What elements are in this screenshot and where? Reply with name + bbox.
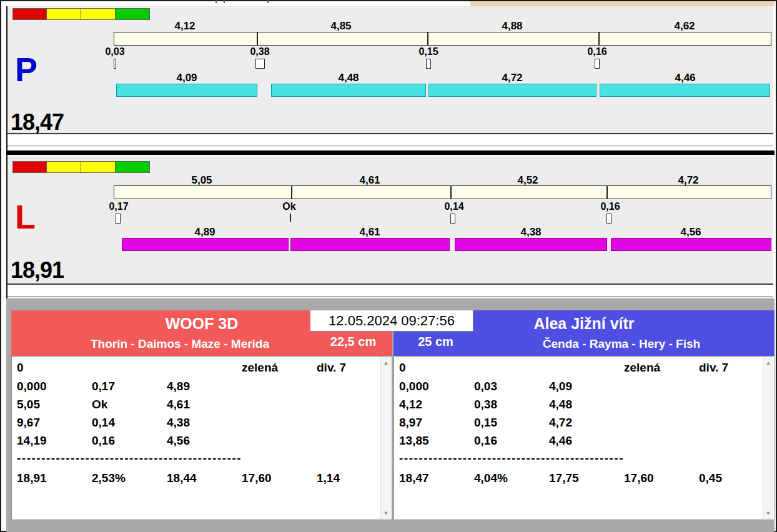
pass-time: 0,16 <box>587 46 606 57</box>
dog-time-bar <box>428 84 596 97</box>
scroll-down-icon[interactable]: ▼ <box>763 509 773 518</box>
pass-marker-box <box>114 59 116 69</box>
pass-time: 0,14 <box>444 201 463 212</box>
scroll-down-icon[interactable]: ▼ <box>381 509 391 518</box>
scroll-up-icon[interactable]: ▲ <box>763 358 773 367</box>
pass-marker-box <box>426 59 431 69</box>
cell: 18,44 <box>167 471 197 485</box>
cell: 4,89 <box>167 380 190 393</box>
start-lights <box>12 8 150 20</box>
split-time-top: 4,72 <box>678 174 698 187</box>
window-artifact <box>215 0 217 3</box>
cell: 18,91 <box>17 471 47 485</box>
start-light-green-icon <box>116 8 150 20</box>
cell: div. 7 <box>699 361 728 375</box>
pass-time: Ok <box>282 201 295 212</box>
cell: 4,38 <box>167 416 190 430</box>
lane-panel-p: 4,12 4,85 4,88 4,62 0,03 0,38 0,15 0,16 … <box>7 6 773 147</box>
split-time-top: 4,61 <box>359 174 380 187</box>
table-row: 0 zelená div. 7 <box>394 361 756 376</box>
dog-time: 4,38 <box>520 226 541 239</box>
cell: 4,48 <box>549 398 572 411</box>
cell: 0,15 <box>474 416 497 430</box>
cell: 0 <box>399 361 406 375</box>
pass-marker-box <box>255 59 265 69</box>
split-bar <box>114 185 771 199</box>
team-dogs-left: Thorin - Daimos - Maze - Merida <box>30 337 330 351</box>
table-row: 9,67 0,14 4,38 <box>12 416 374 431</box>
jump-height-right: 25 cm <box>403 335 468 349</box>
split-tick <box>606 186 608 199</box>
dog-time: 4,89 <box>194 226 215 239</box>
cell: 0,17 <box>92 380 115 393</box>
split-time-top: 4,85 <box>330 20 351 32</box>
cell: 9,67 <box>17 416 40 430</box>
dog-time-bar <box>611 238 771 251</box>
cell: 0,03 <box>474 380 497 393</box>
table-total-row: 18,47 4,04% 17,75 17,60 0,45 <box>394 471 756 486</box>
dog-time: 4,72 <box>502 72 522 84</box>
results-table-left: 0 zelená div. 7 0,000 0,17 4,89 5,05 Ok … <box>11 356 392 520</box>
table-row: 14,19 0,16 4,56 <box>12 434 374 449</box>
cell: 14,19 <box>17 434 47 448</box>
split-time-top: 4,88 <box>502 20 522 32</box>
table-separator: ----------------------------------------… <box>17 451 292 465</box>
scrollbar[interactable]: ▲ ▼ <box>763 357 773 519</box>
table-total-row: 18,91 2,53% 18,44 17,60 1,14 <box>12 471 374 486</box>
lane-panel-l: 5,05 4,61 4,52 4,72 0,17 Ok 0,14 0,16 4,… <box>7 156 773 298</box>
scrollbar[interactable]: ▲ ▼ <box>380 357 391 519</box>
split-bar <box>114 32 771 46</box>
lane-total-p: 18,47 <box>11 111 64 134</box>
table-row: 0,000 0,03 4,09 <box>394 380 756 395</box>
table-row: 13,85 0,16 4,46 <box>394 434 756 449</box>
pass-time: 0,38 <box>250 46 269 57</box>
dog-time: 4,56 <box>680 226 701 239</box>
dog-time-bar <box>271 84 426 97</box>
cell: 17,60 <box>624 471 654 485</box>
cell: 1,14 <box>317 471 340 485</box>
cell: 0,000 <box>17 380 47 393</box>
start-light-yellow2-icon <box>81 161 116 173</box>
cell: 4,46 <box>549 434 572 448</box>
cell: 0,38 <box>474 398 497 411</box>
table-row: 4,12 0,38 4,48 <box>394 398 756 413</box>
team-dogs-right: Čenda - Rayma - Hery - Fish <box>475 337 768 351</box>
scroll-up-icon[interactable]: ▲ <box>381 358 391 367</box>
split-time-top: 4,62 <box>674 20 695 32</box>
dog-time-bar <box>122 238 289 251</box>
cell: 4,09 <box>549 380 572 393</box>
results-table-right: 0 zelená div. 7 0,000 0,03 4,09 4,12 0,3… <box>393 356 775 520</box>
lane-letter-p: P <box>15 52 37 86</box>
start-light-yellow-icon <box>47 8 81 20</box>
window-artifact <box>224 0 225 3</box>
cell: 18,47 <box>399 471 429 485</box>
cell: 17,75 <box>549 471 579 485</box>
cell: 0 <box>17 361 24 375</box>
background-window-strip <box>470 1 775 6</box>
start-light-green-icon <box>116 161 150 173</box>
cell: 4,61 <box>167 398 190 411</box>
dog-time: 4,46 <box>675 72 695 84</box>
cell: 0,45 <box>699 471 722 485</box>
dog-time: 4,48 <box>338 72 359 84</box>
split-tick <box>427 32 428 45</box>
start-light-yellow2-icon <box>81 8 116 20</box>
lane-status-strip <box>7 133 773 146</box>
start-lights <box>12 161 150 173</box>
cell: 17,60 <box>242 471 272 485</box>
pass-time: 0,16 <box>600 201 620 212</box>
table-separator: ----------------------------------------… <box>399 451 674 465</box>
split-time-top: 4,12 <box>174 20 195 32</box>
cell: Ok <box>92 398 107 411</box>
cell: zelená <box>242 361 278 375</box>
pass-time: 0,17 <box>109 201 128 212</box>
cell: 0,14 <box>92 416 115 430</box>
start-light-yellow-icon <box>47 161 81 173</box>
cell: 0,000 <box>399 380 429 393</box>
pass-marker-box <box>595 59 600 69</box>
cell: 8,97 <box>399 416 422 430</box>
split-time-top: 5,05 <box>191 174 212 187</box>
pass-marker-tick <box>290 214 291 222</box>
window-artifact <box>267 0 269 3</box>
lane-divider <box>6 150 775 155</box>
